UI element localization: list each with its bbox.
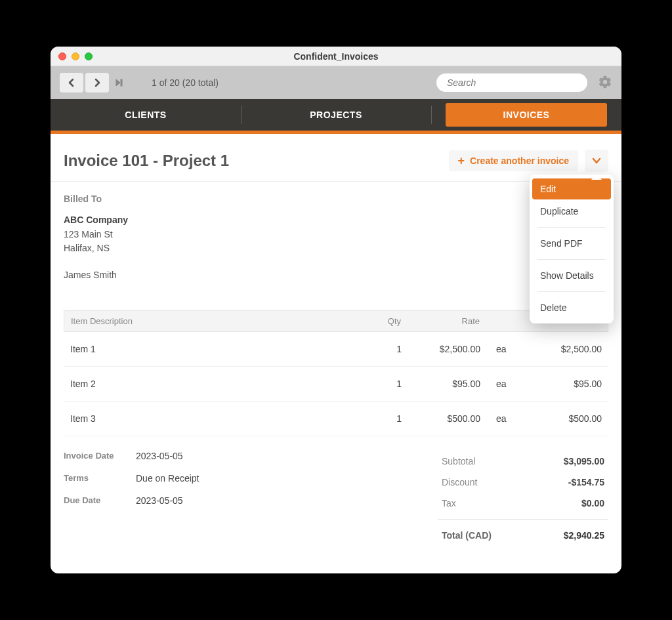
billed-city: Halifax, NS (64, 241, 608, 255)
invoice-footer: Invoice Date 2023-05-05 Terms Due on Rec… (64, 436, 608, 546)
menu-item-show-details[interactable]: Show Details (530, 264, 614, 287)
tab-projects[interactable]: PROJECTS (241, 99, 431, 131)
item-rate: $500.00 (402, 413, 480, 424)
col-description: Item Description (71, 316, 355, 326)
col-unit (480, 316, 522, 326)
due-date-label: Due Date (64, 495, 136, 506)
tab-clients[interactable]: CLIENTS (51, 99, 241, 131)
gear-icon (598, 75, 612, 89)
item-qty: 1 (356, 379, 402, 389)
invoice-date-label: Invoice Date (64, 451, 136, 461)
discount-value: -$154.75 (568, 477, 604, 487)
item-unit: ea (480, 379, 523, 389)
record-counter: 1 of 20 (20 total) (152, 77, 219, 88)
menu-separator (537, 291, 606, 292)
settings-button[interactable] (598, 75, 612, 91)
actions-menu: Edit Duplicate Send PDF Show Details Del… (530, 175, 614, 323)
create-invoice-label: Create another invoice (470, 155, 569, 166)
page-header: Invoice 101 - Project 1 + Create another… (51, 134, 621, 181)
item-desc: Item 3 (70, 413, 356, 424)
total-value: $2,940.25 (564, 530, 604, 541)
billed-to-label: Billed To (64, 194, 608, 204)
invoice-meta: Invoice Date 2023-05-05 Terms Due on Rec… (64, 451, 438, 546)
menu-item-delete[interactable]: Delete (530, 296, 614, 320)
titlebar: Confident_Invoices (51, 47, 621, 66)
item-row: Item 1 1 $2,500.00 ea $2,500.00 (64, 332, 608, 367)
subtotal-value: $3,095.00 (564, 456, 604, 466)
items-table: Item Description Qty Rate Item 1 1 $2,50… (64, 310, 608, 436)
app-window: Confident_Invoices 1 of 20 (20 total) CL… (51, 47, 621, 573)
terms-label: Terms (64, 473, 136, 484)
menu-item-edit[interactable]: Edit (532, 178, 611, 199)
billed-street: 123 Main St (64, 228, 608, 241)
menu-separator (537, 227, 606, 228)
subtotal-label: Subtotal (442, 456, 475, 466)
actions-dropdown-toggle[interactable] (585, 150, 608, 172)
item-desc: Item 1 (70, 344, 356, 354)
item-desc: Item 2 (70, 379, 356, 389)
tab-bar: CLIENTS PROJECTS INVOICES (51, 99, 621, 131)
item-total: $2,500.00 (523, 344, 602, 354)
invoice-totals: Subtotal $3,095.00 Discount -$154.75 Tax… (438, 451, 608, 546)
window-title: Confident_Invoices (51, 51, 621, 62)
menu-item-send-pdf[interactable]: Send PDF (530, 232, 614, 255)
item-rate: $2,500.00 (402, 344, 480, 354)
item-unit: ea (480, 413, 523, 424)
chevron-right-icon (94, 78, 100, 87)
create-invoice-button[interactable]: + Create another invoice (449, 150, 578, 171)
total-label: Total (CAD) (442, 530, 492, 541)
billed-company: ABC Company (64, 215, 608, 225)
search-input[interactable] (436, 73, 587, 92)
billed-contact: James Smith (64, 270, 608, 280)
menu-item-duplicate[interactable]: Duplicate (530, 199, 614, 223)
item-row: Item 2 1 $95.00 ea $95.00 (64, 367, 608, 402)
last-record-button[interactable] (111, 73, 128, 93)
terms-value: Due on Receipt (136, 473, 200, 484)
menu-separator (537, 259, 606, 260)
tax-value: $0.00 (581, 498, 604, 508)
item-rate: $95.00 (402, 379, 480, 389)
svg-rect-1 (121, 79, 122, 86)
last-icon (116, 79, 123, 87)
chevron-left-icon (68, 78, 75, 87)
tax-label: Tax (442, 498, 456, 508)
item-unit: ea (480, 344, 523, 354)
next-record-button[interactable] (85, 73, 109, 93)
item-qty: 1 (356, 413, 402, 424)
svg-marker-0 (116, 79, 120, 86)
item-row: Item 3 1 $500.00 ea $500.00 (64, 402, 608, 436)
col-rate: Rate (401, 316, 480, 326)
toolbar: 1 of 20 (20 total) (51, 66, 621, 99)
tab-invoices[interactable]: INVOICES (446, 103, 607, 127)
prev-record-button[interactable] (60, 73, 83, 93)
chevron-down-icon (592, 157, 601, 164)
due-date-value: 2023-05-05 (136, 495, 183, 506)
discount-label: Discount (442, 477, 477, 487)
page-title: Invoice 101 - Project 1 (64, 152, 449, 170)
item-qty: 1 (356, 344, 402, 354)
items-header: Item Description Qty Rate (64, 310, 608, 332)
invoice-date-value: 2023-05-05 (136, 451, 183, 461)
totals-separator (438, 519, 608, 520)
item-total: $95.00 (523, 379, 602, 389)
item-total: $500.00 (523, 413, 602, 424)
col-qty: Qty (355, 316, 401, 326)
